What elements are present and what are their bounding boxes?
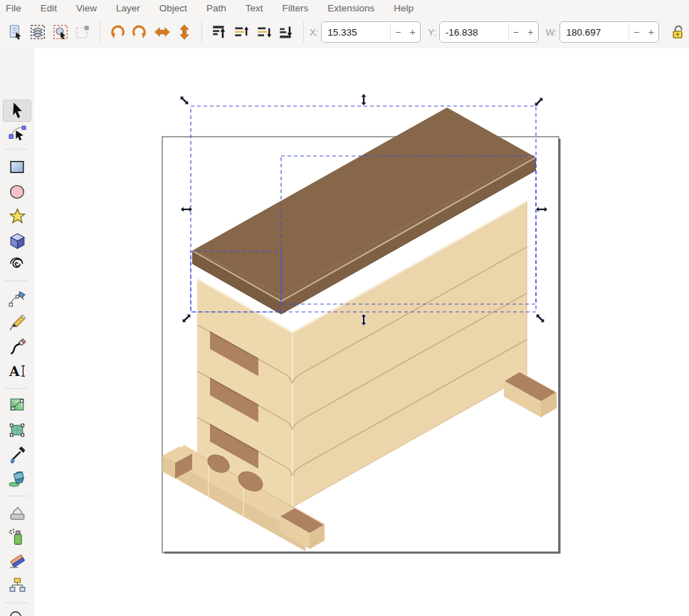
tool-3d-box[interactable] [3, 229, 31, 251]
menu-layer[interactable]: Layer [116, 3, 140, 14]
tool-pencil[interactable] [3, 312, 31, 334]
y-field-group: Y: − + [428, 21, 539, 43]
w-label: W: [546, 27, 557, 38]
y-label: Y: [428, 27, 436, 38]
x-label: X: [310, 27, 318, 38]
select-all-button[interactable] [5, 21, 26, 43]
menu-file[interactable]: File [6, 3, 21, 14]
toolbar-separator [100, 21, 100, 43]
menu-filters[interactable]: Filters [282, 3, 308, 14]
select-all-icon [7, 24, 24, 41]
tool-spiral[interactable] [3, 253, 31, 275]
tool-gradient[interactable] [3, 394, 31, 416]
tool-tweak[interactable] [3, 502, 31, 524]
handle-scale-nw[interactable] [178, 94, 191, 107]
w-input[interactable] [560, 24, 628, 41]
zoom-icon [8, 610, 27, 616]
lower-to-bottom-button[interactable] [276, 21, 298, 43]
tool-node-editor[interactable] [3, 122, 31, 145]
lower-icon [256, 24, 273, 41]
select-all-layers-icon [29, 24, 46, 41]
x-plus-button[interactable]: + [405, 23, 420, 41]
flip-vertical-button[interactable] [174, 21, 196, 43]
toolbar-separator [303, 21, 304, 43]
x-spinfield: − + [321, 21, 421, 43]
tweak-icon [8, 503, 27, 523]
rectangle-icon [8, 157, 27, 177]
selector-icon [8, 101, 27, 120]
select-same-button[interactable] [73, 21, 94, 43]
toolbox-separator [4, 281, 28, 281]
rotate-ccw-button[interactable] [107, 21, 128, 43]
tool-rectangle[interactable] [3, 156, 31, 178]
tool-zoom[interactable] [3, 608, 31, 616]
menu-help[interactable]: Help [394, 3, 414, 14]
gradient-icon [8, 395, 27, 414]
w-minus-button[interactable]: − [628, 23, 643, 41]
tool-spray[interactable] [3, 526, 31, 548]
tool-star[interactable] [3, 206, 31, 228]
w-spinfield: − + [559, 21, 659, 43]
canvas[interactable] [34, 48, 689, 616]
tool-dropper[interactable] [3, 444, 31, 466]
tool-calligraphy[interactable] [3, 336, 31, 358]
tool-mesh-gradient[interactable] [3, 419, 31, 442]
paint-bucket-icon [8, 469, 27, 488]
calligraphy-icon [8, 338, 27, 357]
y-input[interactable] [440, 24, 508, 41]
select-all-layers-button[interactable] [28, 21, 49, 43]
toolbox-separator [4, 602, 28, 603]
flip-horizontal-icon [154, 24, 171, 41]
inkscape-window: File Edit View Layer Object Path Text Fi… [0, 0, 689, 616]
canvas-svg [34, 48, 689, 616]
deselect-button[interactable] [50, 21, 71, 43]
y-minus-button[interactable]: − [508, 23, 523, 41]
deselect-icon [52, 24, 69, 41]
command-bar: X: − + Y: − + W: − + [0, 16, 689, 48]
flip-horizontal-button[interactable] [152, 21, 173, 43]
raise-to-top-button[interactable] [209, 21, 230, 43]
x-minus-button[interactable]: − [390, 23, 405, 41]
rotate-ccw-icon [109, 24, 126, 41]
raise-icon [233, 24, 250, 41]
spiral-icon [8, 254, 27, 273]
menu-object[interactable]: Object [159, 3, 187, 14]
toolbox-separator [4, 388, 28, 389]
tool-pen[interactable] [3, 288, 31, 310]
tool-ellipse[interactable] [3, 181, 31, 203]
menu-bar: File Edit View Layer Object Path Text Fi… [0, 0, 689, 16]
node-editor-icon [8, 124, 27, 143]
y-plus-button[interactable]: + [523, 23, 538, 41]
tool-paint-bucket[interactable] [3, 467, 31, 489]
menu-path[interactable]: Path [206, 3, 226, 14]
tool-text[interactable]: A [3, 360, 31, 382]
menu-view[interactable]: View [76, 3, 97, 14]
raise-button[interactable] [231, 21, 252, 43]
lock-ratio-button[interactable] [667, 21, 688, 43]
tool-eraser[interactable] [3, 550, 31, 572]
lower-button[interactable] [253, 21, 275, 43]
toolbox: A [0, 48, 34, 616]
tool-selector[interactable] [3, 100, 31, 122]
rotate-cw-icon [131, 24, 148, 41]
connector-icon [8, 575, 27, 595]
raise-to-top-icon [211, 24, 228, 41]
pencil-icon [8, 313, 27, 333]
x-input[interactable] [322, 24, 390, 41]
menu-edit[interactable]: Edit [41, 3, 57, 14]
pen-icon [8, 289, 27, 308]
menu-text[interactable]: Text [246, 3, 263, 14]
x-field-group: X: − + [310, 21, 421, 43]
handle-scale-n[interactable] [361, 94, 367, 106]
dropper-icon [8, 445, 27, 464]
mesh-gradient-icon [8, 421, 27, 440]
rotate-cw-button[interactable] [130, 21, 151, 43]
handle-scale-ne[interactable] [532, 95, 545, 108]
menu-extensions[interactable]: Extensions [327, 3, 374, 14]
lower-to-bottom-icon [278, 24, 295, 41]
tool-connector[interactable] [3, 574, 31, 596]
w-plus-button[interactable]: + [643, 23, 658, 41]
y-spinfield: − + [439, 21, 539, 43]
select-same-icon [74, 24, 91, 41]
svg-text:A: A [9, 363, 20, 379]
